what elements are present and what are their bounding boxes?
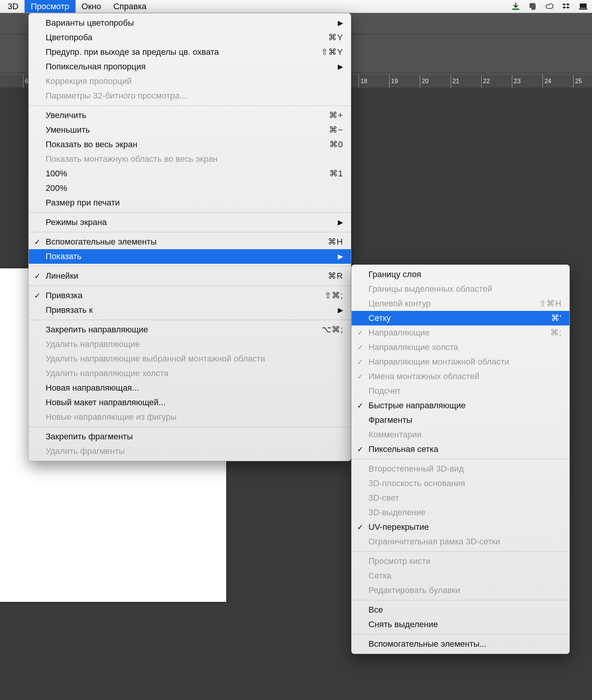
menu-item-label: Сетка bbox=[368, 571, 562, 581]
ruler-tick-label: 25 bbox=[575, 78, 582, 84]
show-submenu-dropdown: Границу слояГраницы выделенных областейЦ… bbox=[351, 265, 570, 654]
menu-item[interactable]: Фрагменты bbox=[352, 413, 569, 427]
menu-item: Редактировать булавки bbox=[352, 583, 569, 598]
menu-separator bbox=[29, 427, 351, 427]
menu-item[interactable]: Снять выделение bbox=[352, 617, 569, 632]
menu-item-label: 3D-выделение bbox=[368, 508, 562, 518]
menu-item: Целевой контур⇧⌘H bbox=[352, 296, 569, 311]
menu-item-label: Привязать к bbox=[46, 305, 330, 315]
menu-separator bbox=[352, 634, 569, 634]
menu-item-label: Уменьшить bbox=[46, 125, 317, 135]
menu-item: Параметры 32-битного просмотра... bbox=[29, 89, 351, 103]
menu-item[interactable]: Вспомогательные элементы... bbox=[352, 637, 569, 651]
menu-item[interactable]: Показать▶ bbox=[29, 249, 351, 264]
menu-item[interactable]: Новый макет направляющей... bbox=[29, 395, 351, 410]
menu-item-label: Попиксельная пропорция bbox=[46, 62, 330, 72]
menu-shortcut: ⇧⌘H bbox=[528, 299, 562, 309]
mac-menubar: 3D Просмотр Окно Справка bbox=[0, 0, 592, 13]
menu-shortcut: ⌘+ bbox=[317, 110, 343, 120]
menu-item-label: Удалить фрагменты bbox=[46, 446, 343, 456]
creative-cloud-icon[interactable] bbox=[544, 2, 554, 12]
menu-separator bbox=[29, 212, 351, 213]
menubar-item-view[interactable]: Просмотр bbox=[25, 0, 75, 13]
menu-item[interactable]: Варианты цветопробы▶ bbox=[29, 16, 351, 30]
menu-item-label: Предупр. при выходе за пределы цв. охват… bbox=[46, 47, 309, 57]
menu-item: Удалить направляющие холста bbox=[29, 366, 351, 381]
menu-item: Новые направляющие из фигуры bbox=[29, 410, 351, 424]
menubar-system-tray bbox=[511, 0, 592, 13]
ruler-tick-label: 23 bbox=[514, 78, 521, 84]
download-icon[interactable] bbox=[511, 2, 521, 12]
menu-item-label: Режимы экрана bbox=[46, 217, 330, 227]
menu-item[interactable]: Все bbox=[352, 603, 569, 617]
menu-item-label: Удалить направляющие выбранной монтажной… bbox=[46, 354, 343, 364]
menu-item[interactable]: 200% bbox=[29, 181, 351, 196]
menu-item[interactable]: Уменьшить⌘− bbox=[29, 123, 351, 137]
menu-item[interactable]: ✓Пиксельная сетка bbox=[352, 442, 569, 457]
ruler-tick-label: 6 bbox=[25, 78, 28, 84]
menu-item: ✓Имена монтажных областей bbox=[352, 369, 569, 384]
menu-separator bbox=[352, 600, 569, 600]
menu-item: ✓Направляющие холста bbox=[352, 340, 569, 355]
menu-item: Удалить направляющие bbox=[29, 337, 351, 352]
menu-item-label: Комментарии bbox=[368, 430, 562, 440]
menu-item[interactable]: ✓UV-перекрытие bbox=[352, 520, 569, 534]
menu-item: Комментарии bbox=[352, 427, 569, 442]
evernote-icon[interactable] bbox=[528, 2, 538, 12]
svg-rect-0 bbox=[512, 8, 519, 10]
menu-shortcut: ⌘− bbox=[317, 125, 343, 135]
menu-item-label: Редактировать булавки bbox=[368, 585, 562, 595]
menu-shortcut: ⌘Y bbox=[317, 33, 343, 43]
dropbox-icon[interactable] bbox=[561, 2, 571, 12]
menu-item-label: Вспомогательные элементы bbox=[46, 237, 316, 247]
menu-item[interactable]: ✓Вспомогательные элементы⌘H bbox=[29, 235, 351, 249]
menu-item: Коррекция пропорций bbox=[29, 74, 351, 89]
menu-item: ✓Направляющие⌘; bbox=[352, 325, 569, 340]
menu-item-label: Коррекция пропорций bbox=[46, 76, 343, 86]
device-icon[interactable] bbox=[578, 2, 588, 12]
menu-item: Показать монтажную область во весь экран bbox=[29, 152, 351, 166]
menu-shortcut: ⌘H bbox=[316, 237, 343, 247]
menu-item[interactable]: Закрепить направляющие⌥⌘; bbox=[29, 322, 351, 337]
menu-item[interactable]: Режимы экрана▶ bbox=[29, 215, 351, 230]
menu-item-label: 3D-плоскость основания bbox=[368, 478, 562, 488]
menu-item-label: Второстепенный 3D-вид bbox=[368, 464, 562, 474]
menu-item-label: 200% bbox=[46, 183, 343, 193]
menu-item[interactable]: Границу слоя bbox=[352, 267, 569, 282]
menu-item[interactable]: Размер при печати bbox=[29, 196, 351, 210]
menubar-item-3d[interactable]: 3D bbox=[2, 0, 25, 13]
menu-item-label: Границы выделенных областей bbox=[368, 284, 562, 294]
menu-item-label: UV-перекрытие bbox=[368, 522, 562, 532]
menu-item-label: Линейки bbox=[46, 271, 316, 281]
menu-item[interactable]: Привязать к▶ bbox=[29, 303, 351, 317]
checkmark-icon: ✓ bbox=[34, 237, 41, 246]
menu-item-label: Новый макет направляющей... bbox=[46, 398, 343, 408]
checkmark-icon: ✓ bbox=[34, 291, 41, 300]
menu-item-label: Быстрые направляющие bbox=[368, 401, 562, 411]
menu-item[interactable]: Попиксельная пропорция▶ bbox=[29, 59, 351, 74]
menu-item[interactable]: Цветопроба⌘Y bbox=[29, 30, 351, 45]
menu-item-label: Вспомогательные элементы... bbox=[368, 639, 562, 649]
menu-item-label: Границу слоя bbox=[368, 269, 562, 279]
menu-item[interactable]: 100%⌘1 bbox=[29, 166, 351, 181]
menu-shortcut: ⌘0 bbox=[318, 140, 343, 150]
menu-item: Удалить направляющие выбранной монтажной… bbox=[29, 352, 351, 366]
menu-shortcut: ⇧⌘Y bbox=[309, 47, 343, 57]
menubar-item-help[interactable]: Справка bbox=[107, 0, 153, 13]
menu-item: Границы выделенных областей bbox=[352, 282, 569, 296]
menu-item[interactable]: ✓Линейки⌘R bbox=[29, 269, 351, 283]
menu-item: Удалить фрагменты bbox=[29, 444, 351, 458]
menu-item[interactable]: Сетку⌘' bbox=[352, 311, 569, 325]
menu-shortcut: ⌥⌘; bbox=[310, 325, 343, 335]
menu-item[interactable]: Увеличить⌘+ bbox=[29, 108, 351, 123]
menu-item[interactable]: Показать во весь экран⌘0 bbox=[29, 137, 351, 152]
checkmark-icon: ✓ bbox=[357, 523, 363, 532]
menu-item[interactable]: Закрепить фрагменты bbox=[29, 429, 351, 444]
menu-item[interactable]: ✓Привязка⇧⌘; bbox=[29, 288, 351, 303]
submenu-arrow-icon: ▶ bbox=[330, 218, 343, 227]
menubar-item-window[interactable]: Окно bbox=[76, 0, 107, 13]
menu-item[interactable]: Новая направляющая... bbox=[29, 381, 351, 395]
menu-item[interactable]: Предупр. при выходе за пределы цв. охват… bbox=[29, 45, 351, 59]
menu-item-label: Новые направляющие из фигуры bbox=[46, 412, 343, 422]
menu-item[interactable]: ✓Быстрые направляющие bbox=[352, 398, 569, 413]
